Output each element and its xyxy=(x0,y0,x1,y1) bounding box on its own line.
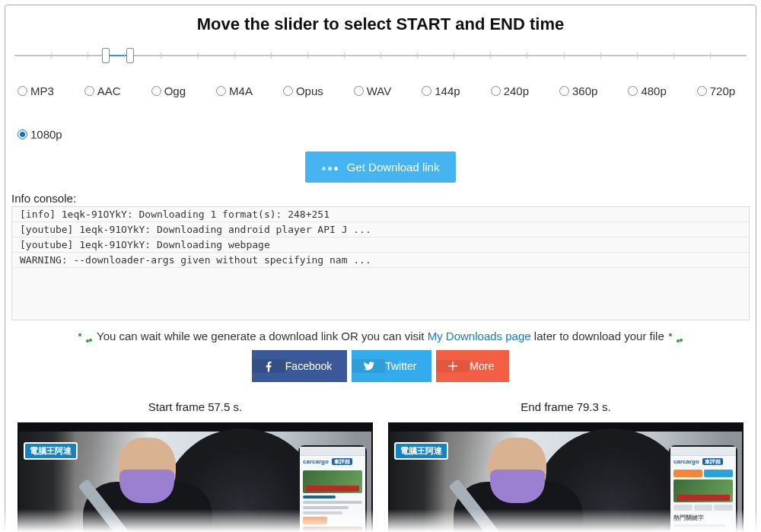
format-option-label: M4A xyxy=(229,84,253,97)
radio-icon xyxy=(697,86,707,96)
share-facebook-button[interactable]: Facebook xyxy=(252,350,347,382)
radio-icon xyxy=(18,86,27,96)
format-option-label: 1080p xyxy=(30,128,62,141)
phone-heading: 熱門關鍵字 xyxy=(670,512,736,522)
page-title: Move the slider to select START and END … xyxy=(11,14,750,34)
format-option-label: MP3 xyxy=(30,84,54,97)
get-download-link-button[interactable]: Get Download link xyxy=(305,151,457,183)
end-phone-overlay: carcargo 車評頻 熱門關鍵字 xyxy=(669,445,737,532)
format-option-480p[interactable]: 480p xyxy=(628,84,666,97)
radio-icon xyxy=(422,86,431,96)
radio-icon xyxy=(84,86,94,96)
facebook-icon xyxy=(252,359,285,373)
end-frame-caption: End frame 79.3 s. xyxy=(388,400,743,413)
phone-brand-tag: 車評頻 xyxy=(702,458,723,465)
channel-watermark: 電腦王阿達 xyxy=(24,442,78,460)
wait-hint-pre: You can wait while we generate a downloa… xyxy=(97,330,428,342)
phone-brand-tag: 車評頻 xyxy=(332,458,352,465)
format-option-label: AAC xyxy=(97,84,121,97)
end-frame-image: 電腦王阿達 電腦王阿達 http://www.kocpc.com.tw carc… xyxy=(388,422,743,532)
start-frame-column: Start frame 57.5 s. 電腦王阿達 xyxy=(18,400,373,532)
console-line: [youtube] 1eqk-91OYkY: Downloading andro… xyxy=(12,222,749,237)
format-options: MP3AACOggM4AOpusWAV144p240p360p480p720p1… xyxy=(11,81,750,151)
share-buttons: Facebook Twitter More xyxy=(11,350,750,382)
radio-icon xyxy=(151,86,161,96)
format-option-label: Opus xyxy=(296,84,323,97)
phone-brand: carcargo xyxy=(303,458,329,465)
info-console-label: Info console: xyxy=(11,192,750,205)
wait-hint-post: later to download your file xyxy=(534,330,664,342)
slider-handle-start[interactable] xyxy=(102,48,110,63)
console-line: [info] 1eqk-91OYkY: Downloading 1 format… xyxy=(12,207,749,222)
my-downloads-link[interactable]: My Downloads page xyxy=(428,330,531,342)
format-option-label: 360p xyxy=(572,84,597,97)
frame-previews: Start frame 57.5 s. 電腦王阿達 xyxy=(11,382,750,532)
format-option-label: 240p xyxy=(504,84,529,97)
start-phone-overlay: carcargo 車評頻 xyxy=(298,445,367,532)
end-frame-column: End frame 79.3 s. 電腦王阿達 電腦王阿達 http://www… xyxy=(388,400,743,532)
format-option-ogg[interactable]: Ogg xyxy=(151,84,186,97)
share-facebook-label: Facebook xyxy=(285,360,347,372)
format-option-360p[interactable]: 360p xyxy=(559,84,597,97)
get-download-link-label: Get Download link xyxy=(347,161,440,174)
format-option-1080p[interactable]: 1080p xyxy=(18,128,62,141)
radio-icon xyxy=(283,86,293,96)
radio-icon xyxy=(354,86,364,96)
format-option-opus[interactable]: Opus xyxy=(283,84,323,97)
sparkle-icon xyxy=(667,332,684,342)
channel-watermark: 電腦王阿達 xyxy=(394,442,448,460)
format-option-240p[interactable]: 240p xyxy=(491,84,529,97)
format-option-label: 144p xyxy=(435,84,460,97)
start-frame-caption: Start frame 57.5 s. xyxy=(18,400,373,413)
format-option-aac[interactable]: AAC xyxy=(84,84,121,97)
start-frame-image: 電腦王阿達 carcargo 車評頻 xyxy=(18,422,373,532)
share-more-button[interactable]: More xyxy=(436,350,509,382)
format-option-mp3[interactable]: MP3 xyxy=(18,84,54,97)
wait-hint: You can wait while we generate a downloa… xyxy=(11,320,750,350)
format-option-720p[interactable]: 720p xyxy=(697,84,735,97)
format-option-m4a[interactable]: M4A xyxy=(216,84,253,97)
format-option-144p[interactable]: 144p xyxy=(422,84,460,97)
format-option-label: Ogg xyxy=(164,84,186,97)
time-range-slider[interactable] xyxy=(14,49,747,62)
format-option-label: WAV xyxy=(367,84,392,97)
twitter-icon xyxy=(352,359,385,373)
share-twitter-label: Twitter xyxy=(385,360,431,372)
app-container: Move the slider to select START and END … xyxy=(5,5,756,532)
radio-icon xyxy=(216,86,226,96)
plus-icon xyxy=(436,360,470,372)
loading-dots-icon xyxy=(322,167,338,170)
console-line: WARNING: --downloader-args given without… xyxy=(12,253,749,268)
info-console: [info] 1eqk-91OYkY: Downloading 1 format… xyxy=(11,206,750,320)
console-line: [youtube] 1eqk-91OYkY: Downloading webpa… xyxy=(12,237,749,253)
radio-icon xyxy=(559,86,569,96)
phone-brand: carcargo xyxy=(673,458,699,465)
radio-icon xyxy=(18,129,27,139)
radio-icon xyxy=(491,86,501,96)
sparkle-icon xyxy=(77,332,94,342)
share-twitter-button[interactable]: Twitter xyxy=(352,350,431,382)
share-more-label: More xyxy=(470,360,509,372)
format-option-label: 480p xyxy=(641,84,666,97)
format-option-label: 720p xyxy=(710,84,735,97)
format-option-wav[interactable]: WAV xyxy=(354,84,392,97)
radio-icon xyxy=(628,86,638,96)
slider-handle-end[interactable] xyxy=(126,48,134,63)
